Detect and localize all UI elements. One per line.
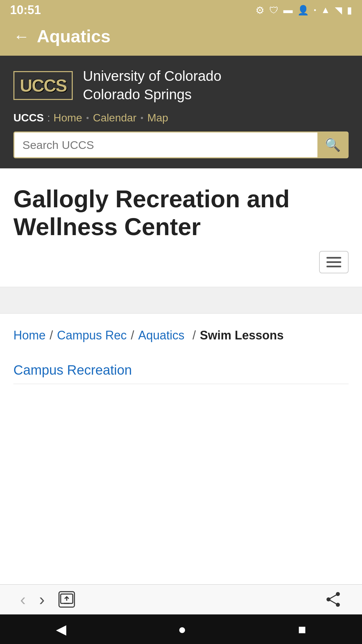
android-back-button[interactable]: ◀ [56,622,66,637]
uccs-nav-links: UCCS : Home • Calendar • Map [13,112,349,124]
android-back-icon: ◀ [56,622,66,637]
bottom-toolbar: ‹ › [0,584,362,614]
breadcrumb-swim-lessons: Swim Lessons [200,328,284,342]
hamburger-line-3 [326,266,341,267]
gray-bar [0,287,362,314]
menu-toggle-button[interactable] [319,251,349,273]
nav-dot-2: • [140,113,143,123]
university-line2: Colorado Springs [83,86,221,104]
nav-dot-1: • [86,113,89,123]
university-line1: University of Colorado [83,67,221,86]
breadcrumb-campus-rec[interactable]: Campus Rec [57,328,127,342]
page-title: Gallogly Recreation and Wellness Center [13,185,349,241]
android-recents-button[interactable]: ■ [298,622,306,637]
breadcrumb: Home / Campus Rec / Aquatics / Swim Less… [0,314,362,346]
status-time: 10:51 [10,3,41,17]
campus-rec-section: Campus Recreation [0,346,362,391]
browser-back-button[interactable]: ‹ [13,586,33,612]
uccs-logo-row: UCCS University of Colorado Colorado Spr… [13,67,349,104]
nav-link-map[interactable]: Map [147,112,168,124]
upload-icon [58,591,75,608]
forward-chevron-icon: › [39,590,45,609]
android-home-icon: ● [178,622,186,637]
uccs-logo-box: UCCS [13,71,73,100]
dot-icon: • [314,6,316,14]
hamburger-line-1 [326,257,341,259]
svg-line-7 [328,594,338,599]
search-button[interactable]: 🔍 [317,132,348,157]
shield-icon: 🛡 [269,5,279,16]
search-input[interactable] [14,132,317,157]
uccs-logo-text: UCCS [20,75,66,96]
back-button[interactable]: ← [13,27,29,46]
android-nav-bar: ◀ ● ■ [0,614,362,644]
top-bar-title: Aquatics [37,26,111,46]
share-icon [324,591,342,608]
breadcrumb-sep-3: / [192,328,196,342]
search-icon: 🔍 [325,138,341,152]
status-bar: 10:51 ⚙ 🛡 ▬ 👤 • ▲ ◥ ▮ [0,0,362,20]
signal-icon: ◥ [335,5,342,16]
status-icons: ⚙ 🛡 ▬ 👤 • ▲ ◥ ▮ [255,4,352,16]
share-button[interactable] [318,587,349,611]
nav-link-home[interactable]: Home [54,112,82,124]
back-chevron-icon: ‹ [20,590,26,609]
svg-line-8 [328,599,338,605]
breadcrumb-sep-2: / [131,328,134,342]
battery-icon: ▮ [347,5,352,16]
breadcrumb-home[interactable]: Home [13,328,46,342]
breadcrumb-sep-1: / [50,328,53,342]
android-recents-icon: ■ [298,622,306,637]
wifi-icon: ▲ [321,5,330,15]
menu-toggle-row [13,251,349,273]
search-row: 🔍 [13,131,349,158]
android-home-button[interactable]: ● [178,622,186,637]
upload-button[interactable] [51,587,82,611]
screen-icon: ▬ [283,5,293,15]
main-content: Gallogly Recreation and Wellness Center [0,168,362,287]
user-icon: 👤 [297,5,309,16]
uccs-nav-colon: : [47,112,50,124]
uccs-header: UCCS University of Colorado Colorado Spr… [0,56,362,168]
university-name: University of Colorado Colorado Springs [83,67,221,104]
campus-rec-link[interactable]: Campus Recreation [13,363,132,377]
browser-forward-button[interactable]: › [33,586,52,612]
uccs-nav-label: UCCS [13,112,44,124]
nav-link-calendar[interactable]: Calendar [93,112,136,124]
hamburger-line-2 [326,261,341,263]
gear-icon: ⚙ [255,4,264,16]
breadcrumb-aquatics[interactable]: Aquatics [138,328,184,342]
top-bar: ← Aquatics [0,20,362,56]
